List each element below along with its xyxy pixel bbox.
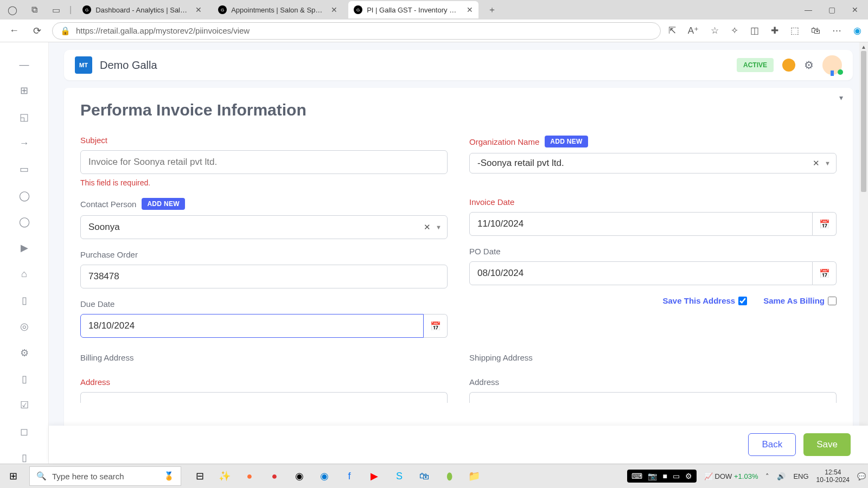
play-icon[interactable]: ▶ <box>18 242 31 254</box>
app-icon[interactable]: ⬮ <box>441 467 458 485</box>
copilot-icon[interactable]: ✨ <box>216 467 233 485</box>
chevron-down-icon[interactable]: ▼ <box>825 160 831 166</box>
start-button[interactable]: ⊞ <box>2 465 24 487</box>
task-view-icon[interactable]: ⊟ <box>191 467 208 485</box>
copilot-icon[interactable]: ◉ <box>853 25 861 36</box>
subject-input[interactable] <box>80 150 448 174</box>
profile-icon[interactable]: ◯ <box>4 2 21 18</box>
user2-icon[interactable]: ◯ <box>18 216 31 228</box>
add-contact-button[interactable]: ADD NEW <box>142 198 184 210</box>
cube-icon[interactable]: ◱ <box>18 111 31 123</box>
basket-icon[interactable]: ⌂ <box>18 268 31 280</box>
calendar-icon[interactable]: 📅 <box>813 212 837 236</box>
store-icon[interactable]: 🛍 <box>416 467 433 485</box>
scroll-thumb[interactable] <box>861 51 866 192</box>
refresh-icon[interactable]: ⟳ <box>29 25 44 37</box>
pin-icon[interactable]: ◎ <box>18 320 31 332</box>
favorite-icon[interactable]: ☆ <box>711 25 719 36</box>
collapse-icon[interactable]: — <box>18 59 31 70</box>
chevron-down-icon[interactable]: ▼ <box>436 224 442 230</box>
record-icon[interactable]: ● <box>266 467 283 485</box>
org-select[interactable]: -Soonya retail pvt ltd. ✕ ▼ <box>469 153 837 174</box>
org-value: -Soonya retail pvt ltd. <box>477 158 564 169</box>
shopping-icon[interactable]: 🛍 <box>811 25 820 36</box>
read-aloud-icon[interactable]: A⁺ <box>688 25 699 36</box>
back-icon[interactable]: ← <box>7 25 22 36</box>
check-icon[interactable]: ☑ <box>18 399 31 411</box>
split-icon[interactable]: ◫ <box>750 25 759 36</box>
maximize-icon[interactable]: ▢ <box>828 5 835 14</box>
invdate-input[interactable]: 11/10/2024 <box>469 212 813 236</box>
edge-icon[interactable]: ◉ <box>316 467 333 485</box>
firefox-icon[interactable]: ● <box>241 467 258 485</box>
ticket-icon[interactable]: ▭ <box>18 163 31 175</box>
chevron-up-icon[interactable]: ˄ <box>765 472 769 480</box>
billing-address-input[interactable] <box>80 392 448 403</box>
label-po: Purchase Order <box>80 250 448 259</box>
podate-input[interactable]: 08/10/2024 <box>469 261 813 285</box>
share-icon[interactable]: ⇱ <box>668 25 676 36</box>
save-address-toggle[interactable]: Save This Address <box>663 296 748 305</box>
menu-icon[interactable]: ⋯ <box>832 25 841 36</box>
contact-select[interactable]: Soonya ✕ ▼ <box>80 215 448 239</box>
file-icon[interactable]: ▯ <box>18 373 31 385</box>
camera-icon[interactable]: ◻ <box>18 425 31 437</box>
stock-widget[interactable]: 📈 DOW +1.03% <box>704 472 758 480</box>
close-icon[interactable]: ✕ <box>195 5 202 14</box>
back-button[interactable]: Back <box>748 433 796 456</box>
workspaces-icon[interactable]: ⧉ <box>26 2 42 18</box>
dashboard-icon[interactable]: ⊞ <box>18 85 31 97</box>
skype-icon[interactable]: S <box>391 467 408 485</box>
settings-icon[interactable]: ⚙ <box>804 59 814 72</box>
downloads-icon[interactable]: ⬚ <box>790 25 799 36</box>
calendar-icon[interactable]: 📅 <box>424 314 448 338</box>
recording-overlay[interactable]: ⌨ 📷 ■ ▭ ⚙ <box>627 470 696 483</box>
invoice-form-card: ▾ Performa Invoice Information Subject T… <box>64 88 853 464</box>
minimize-icon[interactable]: — <box>805 5 812 14</box>
notifications-icon[interactable]: 💬 <box>857 472 866 480</box>
tab-appointments[interactable]: G Appointments | Salon & Spa Man ✕ <box>213 1 343 18</box>
youtube-icon[interactable]: ▶ <box>366 467 383 485</box>
clear-icon[interactable]: ✕ <box>424 222 431 232</box>
close-icon[interactable]: ✕ <box>331 5 337 14</box>
due-input[interactable]: 18/10/2024 <box>80 314 424 338</box>
coin-icon[interactable] <box>782 59 795 72</box>
doc-icon[interactable]: ▯ <box>18 452 31 464</box>
url-input[interactable]: 🔒 https://retail.galla.app/mystorev2/pii… <box>52 22 661 40</box>
gear-icon[interactable]: ⚙ <box>18 346 31 358</box>
taskbar-search[interactable]: 🔍 Type here to search 🏅 <box>29 466 181 486</box>
subject-text[interactable] <box>88 157 439 168</box>
same-as-billing-toggle[interactable]: Same As Billing <box>763 296 837 305</box>
collections-icon[interactable]: ✚ <box>771 25 778 36</box>
tab-dashboard[interactable]: G Dashboard - Analytics | Salon & S ✕ <box>77 1 207 18</box>
po-input[interactable]: 738478 <box>80 265 448 288</box>
tab-separator: | <box>69 5 72 15</box>
close-icon[interactable]: ✕ <box>467 5 473 14</box>
facebook-icon[interactable]: f <box>341 467 358 485</box>
add-org-button[interactable]: ADD NEW <box>545 136 588 147</box>
same-billing-checkbox[interactable] <box>828 297 837 305</box>
calendar-icon[interactable]: 📅 <box>813 261 837 285</box>
book-icon[interactable]: ▯ <box>18 294 31 306</box>
close-window-icon[interactable]: ✕ <box>852 5 858 14</box>
volume-icon[interactable]: 🔊 <box>777 472 786 480</box>
taskbar: ⊞ 🔍 Type here to search 🏅 ⊟ ✨ ● ● ◉ ◉ f … <box>0 464 868 488</box>
arrow-right-icon[interactable]: → <box>18 137 31 149</box>
collapse-icon[interactable]: ▾ <box>839 93 843 102</box>
save-address-checkbox[interactable] <box>738 297 747 305</box>
chrome-icon[interactable]: ◉ <box>291 467 308 485</box>
save-button[interactable]: Save <box>803 433 851 456</box>
tab-pi-galla[interactable]: G PI | Galla GST - Inventory Software ✕ <box>348 1 478 18</box>
new-tab-button[interactable]: ＋ <box>484 2 500 18</box>
clear-icon[interactable]: ✕ <box>813 158 820 168</box>
language-indicator[interactable]: ENG <box>793 472 808 480</box>
shipping-address-input[interactable] <box>469 392 837 403</box>
tab-actions-icon[interactable]: ▭ <box>48 2 64 18</box>
avatar[interactable] <box>822 55 842 75</box>
clock[interactable]: 12:54 10-10-2024 <box>816 468 850 484</box>
scrollbar[interactable]: ▲ ▼ <box>859 42 868 464</box>
extensions-icon[interactable]: ✧ <box>731 25 738 36</box>
scroll-up-icon[interactable]: ▲ <box>859 42 868 51</box>
user-icon[interactable]: ◯ <box>18 190 31 202</box>
explorer-icon[interactable]: 📁 <box>465 467 483 485</box>
